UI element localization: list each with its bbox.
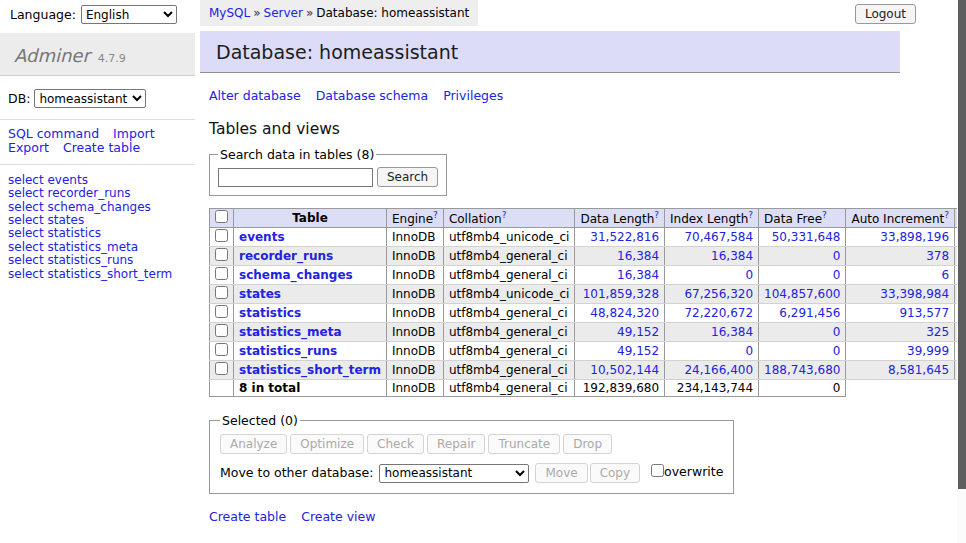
row-checkbox[interactable] <box>215 343 228 356</box>
data-length-cell-link[interactable]: 16,384 <box>580 249 659 263</box>
table-name-link[interactable]: events <box>239 230 285 244</box>
table-link[interactable]: statistics_runs <box>47 253 133 267</box>
sidebar-link[interactable]: Create table <box>63 140 140 155</box>
auto-increment-cell-link[interactable]: 8,581,645 <box>851 363 949 377</box>
index-length-cell-link[interactable]: 24,166,400 <box>670 363 753 377</box>
data-length-cell-link[interactable]: 48,824,320 <box>580 306 659 320</box>
auto-increment-cell-link[interactable]: 6 <box>851 268 949 282</box>
auto-increment-cell-link[interactable]: 33,898,196 <box>851 230 949 244</box>
table-name-link[interactable]: statistics_runs <box>239 344 337 358</box>
sidebar-link[interactable]: Export <box>8 140 49 155</box>
auto-increment-cell-link[interactable]: 913,577 <box>851 306 949 320</box>
create-link[interactable]: Create view <box>301 509 375 524</box>
table-link[interactable]: statistics <box>47 226 101 240</box>
db-select[interactable]: homeassistant <box>34 89 146 108</box>
repair-button[interactable]: Repair <box>427 434 485 454</box>
scrollbar-thumb[interactable] <box>958 0 966 489</box>
auto-increment-cell-link[interactable]: 378 <box>851 249 949 263</box>
index-length-cell-link[interactable]: 72,220,672 <box>670 306 753 320</box>
row-checkbox[interactable] <box>215 362 228 375</box>
db-action-link[interactable]: Privileges <box>443 88 503 103</box>
auto-increment-cell-link[interactable]: 39,999 <box>851 344 949 358</box>
data-free-cell-link[interactable]: 104,857,600 <box>764 287 840 301</box>
row-checkbox[interactable] <box>215 324 228 337</box>
select-link[interactable]: select <box>8 267 44 281</box>
data-length-cell-link[interactable]: 49,152 <box>580 344 659 358</box>
data-free-cell-link[interactable]: 188,743,680 <box>764 363 840 377</box>
overwrite-option[interactable]: overwrite <box>651 465 723 480</box>
app-version[interactable]: 4.7.9 <box>98 52 126 65</box>
help-link[interactable]: ? <box>944 210 949 220</box>
analyze-button[interactable]: Analyze <box>220 434 287 454</box>
index-length-cell-link[interactable]: 0 <box>670 344 753 358</box>
table-name-link[interactable]: statistics_meta <box>239 325 342 339</box>
optimize-button[interactable]: Optimize <box>290 434 364 454</box>
select-link[interactable]: select <box>8 253 44 267</box>
select-link[interactable]: select <box>8 173 44 187</box>
index-length-cell-link[interactable]: 0 <box>670 268 753 282</box>
data-free-cell-link[interactable]: 0 <box>764 344 840 358</box>
index-length-cell-link[interactable]: 67,256,320 <box>670 287 753 301</box>
breadcrumb-link[interactable]: Server <box>264 6 303 20</box>
select-link[interactable]: select <box>8 186 44 200</box>
sidebar-link[interactable]: SQL command <box>8 126 99 141</box>
breadcrumb-link[interactable]: MySQL <box>209 6 250 20</box>
create-link[interactable]: Create table <box>209 509 286 524</box>
index-length-cell-link[interactable]: 70,467,584 <box>670 230 753 244</box>
row-checkbox[interactable] <box>215 267 228 280</box>
db-action-link[interactable]: Database schema <box>316 88 428 103</box>
help-link[interactable]: ? <box>822 210 827 220</box>
auto-increment-cell-link[interactable]: 33,398,984 <box>851 287 949 301</box>
select-link[interactable]: select <box>8 200 44 214</box>
table-name-link[interactable]: schema_changes <box>239 268 353 282</box>
check-button[interactable]: Check <box>367 434 424 454</box>
auto-increment-cell-link[interactable]: 325 <box>851 325 949 339</box>
search-input[interactable] <box>218 168 373 187</box>
move-button[interactable]: Move <box>535 463 587 483</box>
table-link[interactable]: events <box>47 173 87 187</box>
language-select[interactable]: English <box>81 5 177 24</box>
truncate-button[interactable]: Truncate <box>488 434 560 454</box>
data-length-cell-link[interactable]: 16,384 <box>580 268 659 282</box>
table-link[interactable]: schema_changes <box>47 200 150 214</box>
table-link[interactable]: recorder_runs <box>47 186 130 200</box>
data-free-cell-link[interactable]: 0 <box>764 249 840 263</box>
data-length-cell-link[interactable]: 31,522,816 <box>580 230 659 244</box>
select-link[interactable]: select <box>8 213 44 227</box>
row-checkbox[interactable] <box>215 229 228 242</box>
db-action-link[interactable]: Alter database <box>209 88 301 103</box>
table-link[interactable]: states <box>47 213 84 227</box>
data-free-cell-link[interactable]: 0 <box>764 325 840 339</box>
help-link[interactable]: ? <box>502 210 507 220</box>
table-name-link[interactable]: statistics <box>239 306 301 320</box>
row-checkbox[interactable] <box>215 305 228 318</box>
index-length-cell-link[interactable]: 16,384 <box>670 249 753 263</box>
select-all-checkbox[interactable] <box>215 210 228 223</box>
search-button[interactable]: Search <box>377 167 438 187</box>
row-checkbox[interactable] <box>215 248 228 261</box>
data-free-cell-link[interactable]: 50,331,648 <box>764 230 840 244</box>
copy-button[interactable]: Copy <box>590 463 640 483</box>
help-link[interactable]: ? <box>433 210 438 220</box>
index-length-cell-link[interactable]: 16,384 <box>670 325 753 339</box>
select-link[interactable]: select <box>8 226 44 240</box>
logout-button[interactable]: Logout <box>855 4 916 24</box>
data-free-cell-link[interactable]: 6,291,456 <box>764 306 840 320</box>
sidebar-link[interactable]: Import <box>113 126 155 141</box>
data-length-cell-link[interactable]: 10,502,144 <box>580 363 659 377</box>
data-free-cell-link[interactable]: 0 <box>764 268 840 282</box>
table-name-link[interactable]: recorder_runs <box>239 249 333 263</box>
data-length-cell-link[interactable]: 101,859,328 <box>580 287 659 301</box>
data-length-cell-link[interactable]: 49,152 <box>580 325 659 339</box>
help-link[interactable]: ? <box>748 210 753 220</box>
row-checkbox[interactable] <box>215 286 228 299</box>
table-link[interactable]: statistics_short_term <box>47 267 172 281</box>
drop-button[interactable]: Drop <box>563 434 612 454</box>
select-link[interactable]: select <box>8 240 44 254</box>
scrollbar-track[interactable] <box>957 0 966 543</box>
table-name-link[interactable]: statistics_short_term <box>239 363 381 377</box>
move-db-select[interactable]: homeassistant <box>379 464 529 483</box>
table-name-link[interactable]: states <box>239 287 281 301</box>
overwrite-checkbox[interactable] <box>651 464 664 477</box>
help-link[interactable]: ? <box>654 210 659 220</box>
